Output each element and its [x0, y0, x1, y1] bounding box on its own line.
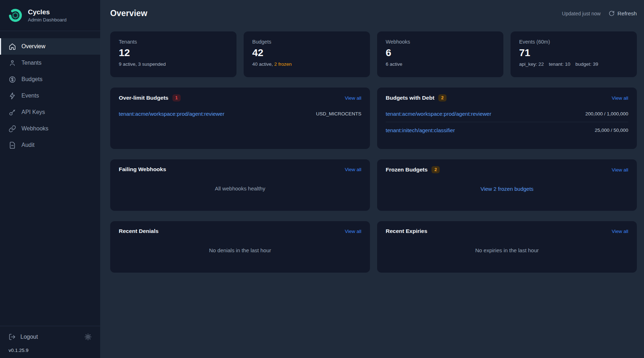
- stat-card-webhooks: Webhooks 6 6 active: [377, 31, 503, 77]
- debt-count-badge: 2: [438, 94, 447, 101]
- frozen-count-badge: 2: [431, 166, 440, 173]
- users-icon: [9, 59, 16, 67]
- panel-row-3: Recent Denials View all No denials in th…: [110, 221, 637, 273]
- stat-value: 71: [519, 47, 628, 59]
- sun-icon: [84, 333, 92, 340]
- cycles-logo-icon: [8, 8, 23, 23]
- sidebar-item-label: Events: [21, 93, 39, 99]
- sidebar-item-overview[interactable]: Overview: [0, 38, 100, 55]
- sidebar-item-audit[interactable]: Audit: [0, 137, 100, 153]
- panel-recent-denials: Recent Denials View all No denials in th…: [110, 221, 370, 273]
- budget-row: tenant:acme/workspace:prod/agent:reviewe…: [119, 106, 361, 122]
- panel-recent-expiries: Recent Expiries View all No expiries in …: [377, 221, 637, 273]
- budget-link[interactable]: tenant:acme/workspace:prod/agent:reviewe…: [119, 111, 224, 117]
- brand-name: Cycles: [28, 8, 67, 16]
- app-version: v0.1.25.9: [9, 348, 92, 353]
- refresh-label: Refresh: [618, 10, 637, 17]
- view-all-link[interactable]: View all: [345, 229, 361, 234]
- over-limit-count-badge: 1: [172, 94, 181, 101]
- stat-subtext: 40 active, 2 frozen: [252, 61, 361, 67]
- theme-toggle-button[interactable]: [84, 333, 92, 340]
- refresh-icon: [609, 10, 615, 16]
- panel-title: Over-limit Budgets: [119, 95, 169, 101]
- budget-amount: 25,000 / 50,000: [595, 128, 628, 133]
- budget-currency: USD_MICROCENTS: [316, 111, 361, 116]
- sidebar-item-label: Budgets: [21, 76, 43, 83]
- updated-status: Updated just now: [562, 11, 601, 16]
- stat-subtext-frozen: 2 frozen: [274, 61, 292, 67]
- stat-subtext-prefix: 40 active,: [252, 61, 274, 67]
- sidebar-item-webhooks[interactable]: Webhooks: [0, 120, 100, 137]
- stat-value: 42: [252, 47, 361, 59]
- budget-link[interactable]: tenant:initech/agent:classifier: [386, 127, 455, 133]
- stat-subtext: 6 active: [386, 61, 495, 67]
- view-all-link[interactable]: View all: [612, 229, 628, 234]
- sidebar-nav: Overview Tenants Budgets Events: [0, 31, 100, 153]
- sidebar-item-label: Audit: [21, 142, 34, 148]
- stat-label: Budgets: [252, 39, 361, 45]
- main-header: Overview Updated just now Refresh: [110, 9, 637, 18]
- stats-row: Tenants 12 9 active, 3 suspended Budgets…: [110, 31, 637, 77]
- panel-row-1: Over-limit Budgets 1 View all tenant:acm…: [110, 88, 637, 149]
- brand: Cycles Admin Dashboard: [0, 0, 100, 31]
- view-frozen-budgets-link[interactable]: View 2 frozen budgets: [480, 186, 533, 192]
- sidebar-item-label: Overview: [21, 43, 45, 50]
- panel-title: Frozen Budgets: [386, 166, 428, 173]
- logout-label: Logout: [20, 334, 38, 340]
- sidebar-item-tenants[interactable]: Tenants: [0, 55, 100, 71]
- stat-value: 6: [386, 47, 495, 59]
- stat-card-events: Events (60m) 71 api_key: 22tenant: 10bud…: [511, 31, 637, 77]
- stat-subtext: api_key: 22tenant: 10budget: 39: [519, 61, 628, 67]
- view-all-link[interactable]: View all: [612, 95, 628, 101]
- refresh-button[interactable]: Refresh: [609, 10, 637, 17]
- empty-state-text: No denials in the last hour: [209, 247, 271, 253]
- panel-row-2: Failing Webhooks View all All webhooks h…: [110, 159, 637, 211]
- home-icon: [9, 43, 16, 50]
- page-title: Overview: [110, 9, 147, 18]
- lightning-icon: [9, 92, 16, 100]
- view-all-link[interactable]: View all: [345, 167, 361, 172]
- sidebar-item-label: API Keys: [21, 109, 45, 115]
- view-all-link[interactable]: View all: [612, 167, 628, 173]
- sidebar: Cycles Admin Dashboard Overview Tenants: [0, 0, 100, 358]
- stat-label: Webhooks: [386, 39, 495, 45]
- main-content: Overview Updated just now Refresh Tenant…: [100, 0, 644, 358]
- sidebar-footer: Logout v0.1.25.9: [0, 326, 100, 358]
- stat-subtext-tenant: tenant: 10: [549, 61, 570, 67]
- stat-label: Events (60m): [519, 39, 628, 45]
- empty-state-text: All webhooks healthy: [215, 185, 265, 192]
- panel-frozen-budgets: Frozen Budgets 2 View all View 2 frozen …: [377, 159, 637, 211]
- brand-subtitle: Admin Dashboard: [28, 17, 67, 23]
- budget-row: tenant:acme/workspace:prod/agent:reviewe…: [386, 106, 628, 122]
- sidebar-item-label: Tenants: [21, 60, 42, 66]
- stat-value: 12: [119, 47, 228, 59]
- link-icon: [9, 125, 16, 133]
- dollar-circle-icon: [9, 76, 16, 83]
- sidebar-item-label: Webhooks: [21, 125, 48, 132]
- sidebar-item-events[interactable]: Events: [0, 88, 100, 104]
- sidebar-item-budgets[interactable]: Budgets: [0, 71, 100, 88]
- stat-subtext-api-key: api_key: 22: [519, 61, 544, 67]
- panel-over-limit-budgets: Over-limit Budgets 1 View all tenant:acm…: [110, 88, 370, 149]
- document-icon: [9, 141, 16, 149]
- budget-link[interactable]: tenant:acme/workspace:prod/agent:reviewe…: [386, 111, 491, 117]
- stat-card-tenants: Tenants 12 9 active, 3 suspended: [110, 31, 236, 77]
- panel-title: Recent Expiries: [386, 228, 427, 234]
- key-icon: [9, 109, 16, 116]
- panel-title: Failing Webhooks: [119, 166, 166, 173]
- stat-label: Tenants: [119, 39, 228, 45]
- stat-subtext-budget: budget: 39: [575, 61, 598, 67]
- view-all-link[interactable]: View all: [345, 95, 361, 101]
- budget-amount: 200,000 / 1,000,000: [585, 111, 628, 116]
- stat-subtext: 9 active, 3 suspended: [119, 61, 228, 67]
- stat-card-budgets: Budgets 42 40 active, 2 frozen: [244, 31, 370, 77]
- panel-budgets-with-debt: Budgets with Debt 2 View all tenant:acme…: [377, 88, 637, 149]
- panel-title: Budgets with Debt: [386, 95, 434, 101]
- panel-title: Recent Denials: [119, 228, 158, 234]
- panel-failing-webhooks: Failing Webhooks View all All webhooks h…: [110, 159, 370, 211]
- logout-button[interactable]: Logout: [9, 333, 38, 340]
- app-root: Cycles Admin Dashboard Overview Tenants: [0, 0, 644, 358]
- empty-state-text: No expiries in the last hour: [475, 247, 539, 253]
- sidebar-item-api-keys[interactable]: API Keys: [0, 104, 100, 120]
- logout-icon: [9, 333, 16, 340]
